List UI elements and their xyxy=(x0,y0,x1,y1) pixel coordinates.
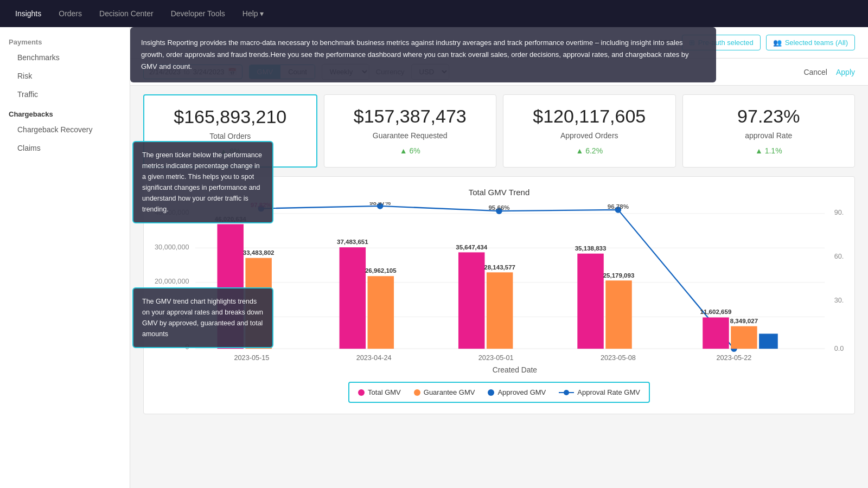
sidebar-item-benchmarks[interactable]: Benchmarks xyxy=(0,48,130,67)
chart-legend: Total GMV Guarantee GMV Approved GMV App… xyxy=(348,382,650,403)
legend-total-gmv: Total GMV xyxy=(358,388,401,396)
cancel-button[interactable]: Cancel xyxy=(803,68,827,76)
guarantee-change: ▲ 6% xyxy=(333,146,488,155)
svg-text:26,962,105: 26,962,105 xyxy=(365,267,397,274)
sidebar-item-traffic[interactable]: Traffic xyxy=(0,85,130,104)
sidebar: Payments Benchmarks Risk Traffic Chargeb… xyxy=(0,27,130,488)
metric-approval-rate: 97.23% approval Rate ▲ 1.1% xyxy=(682,94,856,168)
nav-decision-center[interactable]: Decision Center xyxy=(93,6,160,21)
top-nav: Insights Orders Decision Center Develope… xyxy=(0,0,868,27)
ticker-tooltip: The green ticker below the performance m… xyxy=(132,141,273,223)
svg-text:2023-05-01: 2023-05-01 xyxy=(478,354,514,362)
nav-insights[interactable]: Insights xyxy=(9,6,48,21)
svg-text:35,647,434: 35,647,434 xyxy=(456,244,487,251)
selected-teams-button[interactable]: 👥 Selected teams (All) xyxy=(766,35,855,50)
svg-text:2023-05-22: 2023-05-22 xyxy=(716,354,751,362)
svg-text:35,138,833: 35,138,833 xyxy=(575,245,607,252)
sidebar-section-payments: Payments xyxy=(0,31,130,48)
guarantee-label: Guarantee Requested xyxy=(333,131,488,140)
total-orders-value: $165,893,210 xyxy=(153,106,308,127)
svg-text:30,000,000: 30,000,000 xyxy=(155,243,189,251)
svg-rect-28 xyxy=(368,276,394,349)
main-content: Insights Reporting provides the macro-da… xyxy=(130,27,868,488)
total-orders-label: Total Orders xyxy=(153,132,308,140)
svg-text:30.00%: 30.00% xyxy=(834,297,844,304)
nav-developer-tools[interactable]: Developer Tools xyxy=(164,6,232,21)
sidebar-item-chargeback-recovery[interactable]: Chargeback Recovery xyxy=(0,120,130,139)
approved-value: $120,117,605 xyxy=(512,106,667,127)
sidebar-section-chargebacks: Chargebacks xyxy=(0,104,130,120)
svg-rect-27 xyxy=(340,247,366,349)
apply-button[interactable]: Apply xyxy=(836,68,855,76)
legend-approved-gmv: Approved GMV xyxy=(488,388,546,396)
svg-text:2023-05-08: 2023-05-08 xyxy=(601,354,636,362)
svg-text:28,143,577: 28,143,577 xyxy=(484,264,515,271)
svg-rect-32 xyxy=(487,272,513,349)
sidebar-item-risk[interactable]: Risk xyxy=(0,67,130,85)
svg-text:8,349,027: 8,349,027 xyxy=(730,318,758,324)
svg-text:33,483,802: 33,483,802 xyxy=(243,249,275,256)
nav-help[interactable]: Help ▾ xyxy=(236,6,271,21)
main-tooltip: Insights Reporting provides the macro-da… xyxy=(130,27,716,82)
svg-text:60.00%: 60.00% xyxy=(834,253,844,260)
svg-rect-40 xyxy=(731,326,757,349)
svg-text:2023-05-15: 2023-05-15 xyxy=(234,354,270,362)
svg-text:25,179,093: 25,179,093 xyxy=(603,272,635,279)
svg-text:11,602,659: 11,602,659 xyxy=(700,309,732,315)
svg-text:98.97%: 98.97% xyxy=(369,202,391,206)
svg-text:20,000,000: 20,000,000 xyxy=(155,278,189,285)
metric-guarantee: $157,387,473 Guarantee Requested ▲ 6% xyxy=(324,94,497,168)
approval-rate-change: ▲ 1.1% xyxy=(692,146,846,155)
svg-text:0.00%: 0.00% xyxy=(834,345,844,352)
svg-rect-36 xyxy=(605,280,631,349)
approval-rate-value: 97.23% xyxy=(692,106,846,127)
svg-text:37,483,651: 37,483,651 xyxy=(337,239,368,245)
approved-label: Approved Orders xyxy=(512,131,667,140)
sidebar-item-claims[interactable]: Claims xyxy=(0,139,130,157)
svg-rect-31 xyxy=(458,252,484,349)
metric-approved: $120,117,605 Approved Orders ▲ 6.2% xyxy=(503,94,676,168)
svg-rect-41 xyxy=(759,333,778,349)
svg-text:96.78%: 96.78% xyxy=(608,203,629,210)
gmv-trend-tooltip: The GMV trend chart highlights trends on… xyxy=(132,287,273,348)
svg-text:Created Date: Created Date xyxy=(493,365,538,374)
svg-rect-39 xyxy=(703,317,729,349)
legend-guarantee-gmv: Guarantee GMV xyxy=(414,388,475,396)
approval-rate-label: approval Rate xyxy=(692,131,846,140)
guarantee-value: $157,387,473 xyxy=(333,106,488,127)
svg-text:90.00%: 90.00% xyxy=(834,209,844,216)
svg-text:95.66%: 95.66% xyxy=(488,204,509,211)
svg-text:2023-04-24: 2023-04-24 xyxy=(356,354,392,362)
legend-approval-rate: Approval Rate GMV xyxy=(559,388,640,396)
approved-change: ▲ 6.2% xyxy=(512,146,667,155)
svg-rect-35 xyxy=(577,254,603,349)
nav-orders[interactable]: Orders xyxy=(52,6,88,21)
